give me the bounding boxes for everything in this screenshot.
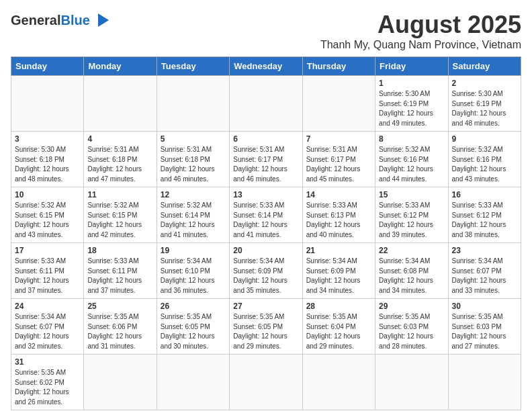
calendar-week-row: 3Sunrise: 5:30 AM Sunset: 6:18 PM Daylig…: [11, 132, 521, 187]
day-info: Sunrise: 5:35 AM Sunset: 6:05 PM Dayligh…: [161, 312, 226, 351]
day-number: 19: [161, 246, 226, 255]
day-info: Sunrise: 5:31 AM Sunset: 6:17 PM Dayligh…: [233, 145, 298, 184]
weekday-header-row: SundayMondayTuesdayWednesdayThursdayFrid…: [11, 57, 521, 76]
calendar-cell: 2Sunrise: 5:30 AM Sunset: 6:19 PM Daylig…: [448, 76, 521, 132]
day-number: 22: [379, 246, 444, 255]
day-number: 27: [233, 302, 298, 311]
page-header: GeneralBlue August 2025 Thanh My, Quang …: [11, 11, 521, 51]
day-info: Sunrise: 5:34 AM Sunset: 6:08 PM Dayligh…: [379, 257, 444, 295]
calendar-cell: 12Sunrise: 5:32 AM Sunset: 6:14 PM Dayli…: [157, 187, 229, 243]
calendar-cell: 5Sunrise: 5:31 AM Sunset: 6:18 PM Daylig…: [157, 132, 229, 187]
calendar-cell: 21Sunrise: 5:34 AM Sunset: 6:09 PM Dayli…: [302, 243, 375, 299]
calendar-cell: 14Sunrise: 5:33 AM Sunset: 6:13 PM Dayli…: [302, 187, 375, 243]
weekday-header: Sunday: [11, 57, 84, 76]
day-number: 7: [306, 134, 371, 144]
calendar-cell: [84, 355, 157, 410]
calendar-cell: 11Sunrise: 5:32 AM Sunset: 6:15 PM Dayli…: [84, 187, 157, 243]
day-number: 23: [452, 246, 517, 255]
calendar-cell: [302, 76, 375, 132]
day-info: Sunrise: 5:31 AM Sunset: 6:18 PM Dayligh…: [87, 145, 152, 184]
day-info: Sunrise: 5:35 AM Sunset: 6:04 PM Dayligh…: [306, 312, 371, 351]
calendar-cell: 9Sunrise: 5:32 AM Sunset: 6:16 PM Daylig…: [448, 132, 521, 187]
logo-text: GeneralBlue: [11, 13, 90, 28]
day-number: 15: [379, 190, 444, 199]
calendar-title: August 2025: [320, 11, 521, 39]
calendar-cell: [11, 76, 84, 132]
day-info: Sunrise: 5:34 AM Sunset: 6:09 PM Dayligh…: [233, 257, 298, 295]
day-number: 29: [379, 302, 444, 311]
calendar-cell: [157, 355, 229, 410]
calendar-cell: [230, 355, 302, 410]
calendar-week-row: 10Sunrise: 5:32 AM Sunset: 6:15 PM Dayli…: [11, 187, 521, 243]
day-info: Sunrise: 5:33 AM Sunset: 6:12 PM Dayligh…: [379, 201, 444, 240]
calendar-cell: 31Sunrise: 5:35 AM Sunset: 6:02 PM Dayli…: [11, 355, 84, 410]
day-number: 30: [452, 302, 517, 311]
calendar-cell: [302, 355, 375, 410]
day-info: Sunrise: 5:30 AM Sunset: 6:19 PM Dayligh…: [379, 89, 444, 128]
day-number: 1: [379, 79, 444, 88]
day-info: Sunrise: 5:35 AM Sunset: 6:03 PM Dayligh…: [379, 312, 444, 351]
day-number: 10: [15, 190, 80, 199]
calendar-cell: 30Sunrise: 5:35 AM Sunset: 6:03 PM Dayli…: [448, 299, 521, 355]
day-number: 12: [161, 190, 226, 199]
calendar-cell: 10Sunrise: 5:32 AM Sunset: 6:15 PM Dayli…: [11, 187, 84, 243]
calendar-cell: [448, 355, 521, 410]
calendar-cell: 15Sunrise: 5:33 AM Sunset: 6:12 PM Dayli…: [375, 187, 448, 243]
day-number: 9: [452, 134, 517, 144]
calendar-cell: [230, 76, 302, 132]
day-info: Sunrise: 5:32 AM Sunset: 6:16 PM Dayligh…: [379, 145, 444, 184]
calendar-cell: [375, 355, 448, 410]
day-info: Sunrise: 5:33 AM Sunset: 6:12 PM Dayligh…: [452, 201, 517, 240]
calendar-cell: 26Sunrise: 5:35 AM Sunset: 6:05 PM Dayli…: [157, 299, 229, 355]
day-number: 17: [15, 246, 80, 255]
calendar-cell: 7Sunrise: 5:31 AM Sunset: 6:17 PM Daylig…: [302, 132, 375, 187]
day-number: 5: [161, 134, 226, 144]
day-info: Sunrise: 5:31 AM Sunset: 6:18 PM Dayligh…: [161, 145, 226, 184]
day-number: 16: [452, 190, 517, 199]
calendar-cell: 22Sunrise: 5:34 AM Sunset: 6:08 PM Dayli…: [375, 243, 448, 299]
calendar-cell: 23Sunrise: 5:34 AM Sunset: 6:07 PM Dayli…: [448, 243, 521, 299]
svg-marker-0: [98, 13, 109, 27]
weekday-header: Friday: [375, 57, 448, 76]
logo-icon: [93, 11, 112, 30]
day-info: Sunrise: 5:34 AM Sunset: 6:09 PM Dayligh…: [306, 257, 371, 295]
day-info: Sunrise: 5:35 AM Sunset: 6:05 PM Dayligh…: [233, 312, 298, 351]
weekday-header: Saturday: [448, 57, 521, 76]
calendar-cell: [84, 76, 157, 132]
calendar-cell: 18Sunrise: 5:33 AM Sunset: 6:11 PM Dayli…: [84, 243, 157, 299]
day-info: Sunrise: 5:34 AM Sunset: 6:10 PM Dayligh…: [161, 257, 226, 295]
calendar-cell: [157, 76, 229, 132]
calendar-cell: 20Sunrise: 5:34 AM Sunset: 6:09 PM Dayli…: [230, 243, 302, 299]
day-info: Sunrise: 5:33 AM Sunset: 6:14 PM Dayligh…: [233, 201, 298, 240]
day-number: 8: [379, 134, 444, 144]
day-number: 20: [233, 246, 298, 255]
day-info: Sunrise: 5:35 AM Sunset: 6:03 PM Dayligh…: [452, 312, 517, 351]
day-info: Sunrise: 5:30 AM Sunset: 6:18 PM Dayligh…: [15, 145, 80, 184]
day-number: 4: [87, 134, 152, 144]
calendar-cell: 25Sunrise: 5:35 AM Sunset: 6:06 PM Dayli…: [84, 299, 157, 355]
day-info: Sunrise: 5:32 AM Sunset: 6:15 PM Dayligh…: [87, 201, 152, 240]
day-info: Sunrise: 5:32 AM Sunset: 6:14 PM Dayligh…: [161, 201, 226, 240]
day-info: Sunrise: 5:32 AM Sunset: 6:15 PM Dayligh…: [15, 201, 80, 240]
day-number: 6: [233, 134, 298, 144]
weekday-header: Tuesday: [157, 57, 229, 76]
logo: GeneralBlue: [11, 11, 112, 30]
day-number: 3: [15, 134, 80, 144]
calendar-cell: 27Sunrise: 5:35 AM Sunset: 6:05 PM Dayli…: [230, 299, 302, 355]
day-info: Sunrise: 5:33 AM Sunset: 6:11 PM Dayligh…: [15, 257, 80, 295]
calendar-cell: 24Sunrise: 5:34 AM Sunset: 6:07 PM Dayli…: [11, 299, 84, 355]
day-number: 24: [15, 302, 80, 311]
calendar-subtitle: Thanh My, Quang Nam Province, Vietnam: [320, 39, 521, 51]
calendar-cell: 8Sunrise: 5:32 AM Sunset: 6:16 PM Daylig…: [375, 132, 448, 187]
day-info: Sunrise: 5:35 AM Sunset: 6:02 PM Dayligh…: [15, 368, 80, 407]
day-info: Sunrise: 5:34 AM Sunset: 6:07 PM Dayligh…: [452, 257, 517, 295]
calendar-cell: 19Sunrise: 5:34 AM Sunset: 6:10 PM Dayli…: [157, 243, 229, 299]
day-info: Sunrise: 5:32 AM Sunset: 6:16 PM Dayligh…: [452, 145, 517, 184]
day-number: 2: [452, 79, 517, 88]
calendar-cell: 6Sunrise: 5:31 AM Sunset: 6:17 PM Daylig…: [230, 132, 302, 187]
day-info: Sunrise: 5:33 AM Sunset: 6:11 PM Dayligh…: [87, 257, 152, 295]
calendar-cell: 16Sunrise: 5:33 AM Sunset: 6:12 PM Dayli…: [448, 187, 521, 243]
day-info: Sunrise: 5:35 AM Sunset: 6:06 PM Dayligh…: [87, 312, 152, 351]
weekday-header: Monday: [84, 57, 157, 76]
calendar-cell: 29Sunrise: 5:35 AM Sunset: 6:03 PM Dayli…: [375, 299, 448, 355]
